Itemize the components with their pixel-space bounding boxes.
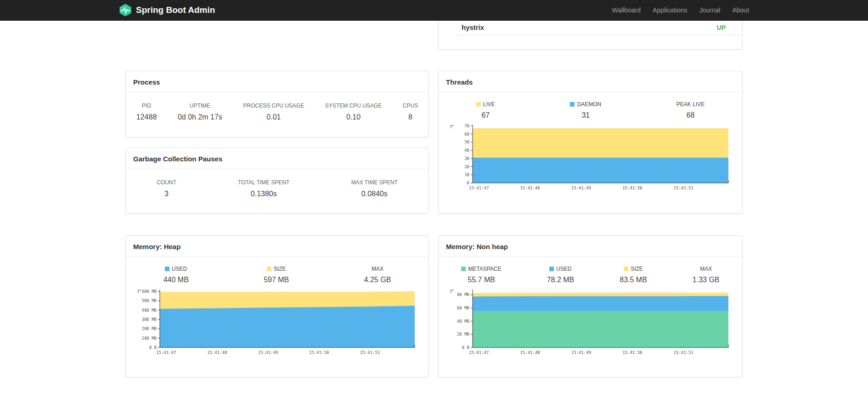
legend-value: 55.7 MB [461, 276, 501, 284]
svg-text:20: 20 [464, 165, 469, 169]
svg-text:20 MB: 20 MB [457, 332, 469, 336]
metric-gc-total-time: TOTAL TIME SPENT 0.1380s [238, 179, 289, 198]
legend-live: LIVE 67 [476, 101, 495, 120]
status-badge: UP [717, 24, 726, 31]
legend-label: LIVE [483, 101, 495, 108]
legend-swatch-metaspace [461, 267, 466, 271]
metric-label: COUNT [157, 179, 176, 186]
legend-label: USED [172, 266, 187, 272]
svg-text:15:41:50: 15:41:50 [309, 350, 329, 355]
svg-text:200 MB: 200 MB [141, 326, 157, 331]
nav-wallboard[interactable]: Wallboard [606, 6, 647, 14]
nav-applications[interactable]: Applications [647, 6, 693, 14]
svg-text:15:41:48: 15:41:48 [207, 350, 227, 355]
svg-text:15:41:51: 15:41:51 [674, 186, 693, 190]
svg-text:15:41:51: 15:41:51 [674, 350, 693, 355]
nav-about[interactable]: About [726, 6, 749, 14]
svg-text:0 B: 0 B [462, 345, 469, 350]
svg-text:15:41:49: 15:41:49 [571, 350, 591, 355]
svg-text:0: 0 [467, 181, 469, 185]
svg-text:15:41:50: 15:41:50 [622, 350, 642, 355]
memory-nonheap-chart: 0 B20 MB40 MB60 MB80 MB15:41:4715:41:481… [451, 287, 729, 356]
legend-value: 83.5 MB [620, 276, 647, 284]
svg-text:15:41:47: 15:41:47 [469, 350, 489, 355]
svg-text:15:41:48: 15:41:48 [520, 186, 540, 190]
process-panel: Process PID 12488 UPTIME 0d 0h 2m 17s PR… [125, 71, 429, 137]
process-panel-title: Process [126, 71, 428, 92]
legend-label: METASPACE [468, 266, 501, 272]
right-column: hystrix UP Threads LIVE 67 DAEMON [438, 21, 743, 377]
legend-value: 78.2 MB [547, 276, 575, 284]
svg-text:70: 70 [464, 124, 469, 128]
legend-swatch-daemon [570, 102, 575, 107]
svg-text:40: 40 [464, 148, 469, 153]
metric-value: 12488 [136, 113, 157, 121]
metric-gc-count: COUNT 3 [157, 179, 176, 198]
legend-size: SIZE 597 MB [264, 266, 289, 284]
svg-text:80 MB: 80 MB [457, 292, 469, 297]
left-column: Process PID 12488 UPTIME 0d 0h 2m 17s PR… [125, 21, 429, 377]
legend-label: DAEMON [577, 101, 601, 108]
memory-heap-panel: Memory: Heap USED 440 MB SIZE 597 MB [125, 235, 429, 377]
svg-text:0 B: 0 B [149, 345, 157, 350]
svg-text:100 MB: 100 MB [141, 336, 157, 341]
gc-panel: Garbage Collection Pauses COUNT 3 TOTAL … [125, 148, 429, 214]
svg-text:400 MB: 400 MB [141, 308, 157, 313]
metric-system-cpu-usage: SYSTEM CPU USAGE 0.10 [325, 102, 382, 121]
brand-link[interactable]: Spring Boot Admin [119, 4, 215, 17]
legend-swatch-used [549, 267, 554, 271]
metric-label: PID [136, 102, 157, 109]
brand-title: Spring Boot Admin [136, 5, 215, 15]
legend-value: 1.33 GB [693, 276, 720, 284]
memory-nonheap-panel-title: Memory: Non heap [439, 236, 742, 257]
svg-text:60 MB: 60 MB [457, 306, 469, 310]
legend-label: USED [556, 266, 571, 272]
svg-text:600 MB: 600 MB [141, 289, 157, 294]
threads-chart: 01020304050607015:41:4715:41:4815:41:491… [451, 123, 729, 192]
legend-swatch-size [267, 267, 271, 271]
metric-pid: PID 12488 [136, 102, 157, 121]
metric-gc-max-time: MAX TIME SPENT 0.0840s [351, 179, 398, 198]
metric-cpus: CPUS 8 [403, 102, 418, 121]
legend-used: USED 78.2 MB [547, 266, 575, 284]
legend-swatch-size [624, 267, 628, 271]
metric-label: CPUS [403, 102, 418, 109]
legend-value: 440 MB [163, 276, 189, 284]
gc-panel-title: Garbage Collection Pauses [126, 148, 428, 169]
memory-nonheap-panel: Memory: Non heap METASPACE 55.7 MB USED … [438, 235, 743, 377]
navbar: Spring Boot Admin Wallboard Applications… [0, 0, 868, 21]
svg-text:30: 30 [464, 156, 469, 161]
legend-value: 67 [476, 111, 495, 120]
health-panel: hystrix UP [438, 21, 743, 50]
spring-boot-admin-logo-icon [119, 4, 132, 17]
legend-swatch-used [165, 267, 169, 271]
legend-value: 31 [570, 111, 601, 120]
svg-text:15:41:47: 15:41:47 [469, 186, 489, 190]
metric-value: 0d 0h 2m 17s [178, 113, 222, 121]
metric-value: 0.10 [325, 113, 382, 121]
svg-text:500 MB: 500 MB [141, 298, 157, 303]
legend-swatch-live [476, 102, 481, 107]
threads-legend: LIVE 67 DAEMON 31 PEAK LIVE 6 [439, 92, 742, 120]
legend-metaspace: METASPACE 55.7 MB [461, 266, 501, 284]
health-row-hystrix: hystrix UP [457, 21, 742, 35]
svg-text:15:41:48: 15:41:48 [520, 350, 540, 355]
memory-heap-legend: USED 440 MB SIZE 597 MB MAX 4 [126, 257, 428, 284]
memory-heap-chart: 0 B100 MB200 MB300 MB400 MB500 MB600 MB1… [138, 287, 416, 356]
legend-value: 4.25 GB [364, 276, 391, 284]
legend-label: SIZE [631, 266, 643, 272]
nav-journal[interactable]: Journal [693, 6, 726, 14]
svg-text:300 MB: 300 MB [141, 317, 157, 322]
metric-value: 8 [403, 113, 418, 121]
threads-panel-title: Threads [439, 71, 742, 92]
svg-text:15:41:47: 15:41:47 [156, 350, 176, 355]
metric-value: 0.0840s [351, 190, 398, 198]
metric-label: MAX TIME SPENT [351, 179, 398, 186]
svg-text:40 MB: 40 MB [457, 319, 469, 324]
legend-peak-live: PEAK LIVE 68 [676, 101, 705, 120]
navbar-inner: Spring Boot Admin Wallboard Applications… [119, 4, 749, 17]
legend-max: MAX 1.33 GB [693, 266, 720, 284]
legend-label: MAX [700, 266, 712, 272]
navbar-menu: Wallboard Applications Journal About [606, 6, 749, 14]
svg-text:60: 60 [464, 132, 469, 137]
